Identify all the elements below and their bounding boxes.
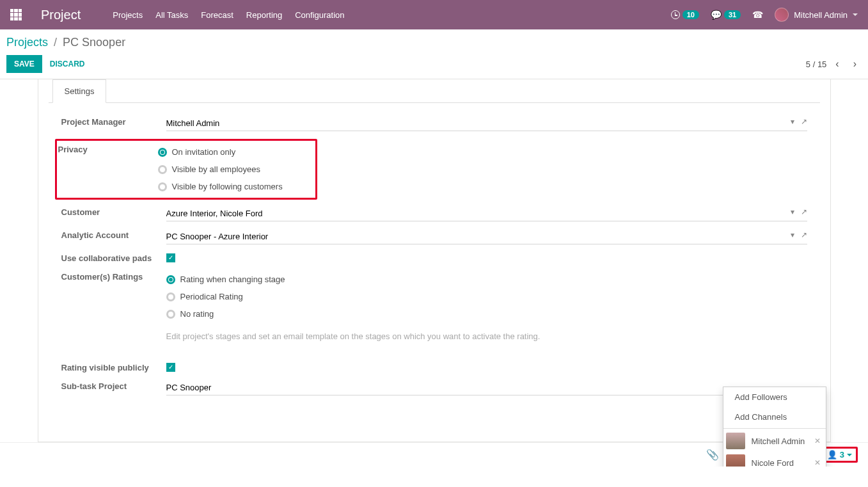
remove-follower-icon[interactable]: ✕: [814, 458, 821, 467]
chevron-down-icon: [847, 454, 852, 456]
add-channels-button[interactable]: Add Channels: [723, 407, 826, 427]
clock-icon: [671, 10, 680, 19]
nav-projects[interactable]: Projects: [106, 0, 149, 29]
breadcrumb-root[interactable]: Projects: [6, 36, 48, 49]
avatar: [775, 8, 789, 22]
label-project-manager: Project Manager: [61, 116, 166, 127]
breadcrumb-current: PC Snooper: [63, 36, 125, 49]
rating-public-checkbox[interactable]: ✓: [166, 363, 175, 372]
label-customer-ratings: Customer(s) Ratings: [61, 271, 166, 282]
label-analytic-account: Analytic Account: [61, 229, 166, 240]
radio-icon: [158, 148, 167, 157]
followers-popover: Add Followers Add Channels Mitchell Admi…: [723, 387, 826, 467]
follower-row[interactable]: Mitchell Admin✕: [723, 430, 826, 452]
radio-icon: [166, 292, 175, 301]
phone-icon[interactable]: [752, 10, 763, 20]
label-privacy: Privacy: [58, 143, 158, 154]
rating-option-periodical[interactable]: Periodical Rating: [166, 288, 807, 305]
avatar: [726, 454, 745, 467]
pager-next[interactable]: ›: [848, 54, 862, 74]
discuss-indicator[interactable]: 💬 31: [711, 10, 741, 20]
rating-option-none[interactable]: No rating: [166, 305, 807, 323]
rating-hint: Edit project's stages and set an email t…: [166, 328, 807, 345]
nav-forecast[interactable]: Forecast: [194, 0, 240, 29]
save-button[interactable]: SAVE: [6, 55, 42, 73]
follower-row[interactable]: Nicole Ford✕: [723, 452, 826, 467]
tab-settings[interactable]: Settings: [52, 79, 107, 103]
radio-icon: [158, 165, 167, 174]
followers-count-button[interactable]: 👤 3: [823, 449, 856, 461]
radio-icon: [166, 310, 175, 319]
label-customer: Customer: [61, 206, 166, 217]
label-rating-public: Rating visible publicly: [61, 362, 166, 372]
rating-option-stage-change[interactable]: Rating when changing stage: [166, 271, 807, 288]
pager: 5 / 15 ‹ ›: [806, 54, 862, 74]
project-manager-field[interactable]: [166, 116, 807, 131]
analytic-account-field[interactable]: [166, 229, 807, 244]
user-menu[interactable]: Mitchell Admin: [775, 8, 858, 22]
customer-field[interactable]: [166, 206, 807, 221]
person-icon: 👤: [827, 450, 837, 459]
chevron-down-icon: [853, 13, 858, 16]
pager-prev[interactable]: ‹: [830, 54, 844, 74]
add-followers-button[interactable]: Add Followers: [723, 387, 826, 407]
user-name: Mitchell Admin: [794, 10, 848, 20]
dropdown-icon[interactable]: ▾: [791, 230, 794, 239]
radio-icon: [166, 275, 175, 284]
dropdown-icon[interactable]: ▾: [791, 117, 794, 126]
label-subtask-project: Sub-task Project: [61, 380, 166, 391]
privacy-option-invitation[interactable]: On invitation only: [158, 143, 314, 161]
attachment-icon[interactable]: 📎: [706, 449, 719, 461]
label-collab-pads: Use collaborative pads: [61, 252, 166, 263]
avatar: [726, 433, 745, 449]
privacy-option-all-employees[interactable]: Visible by all employees: [158, 161, 314, 178]
discard-button[interactable]: DISCARD: [42, 55, 93, 73]
subtask-project-field[interactable]: [166, 380, 807, 395]
external-link-icon[interactable]: ↗: [801, 207, 807, 216]
breadcrumb: Projects / PC Snooper: [6, 36, 862, 49]
collab-pads-checkbox[interactable]: ✓: [166, 253, 175, 262]
external-link-icon[interactable]: ↗: [801, 117, 807, 126]
remove-follower-icon[interactable]: ✕: [814, 436, 821, 445]
pager-text[interactable]: 5 / 15: [806, 60, 827, 69]
radio-icon: [158, 182, 167, 191]
apps-launcher-icon[interactable]: [10, 9, 22, 20]
dropdown-icon[interactable]: ▾: [791, 207, 794, 216]
chat-icon: 💬: [711, 10, 722, 20]
chat-badge: 31: [724, 10, 741, 19]
external-link-icon[interactable]: ↗: [801, 230, 807, 239]
nav-all-tasks[interactable]: All Tasks: [149, 0, 194, 29]
nav-reporting[interactable]: Reporting: [240, 0, 288, 29]
nav-configuration[interactable]: Configuration: [288, 0, 351, 29]
activity-badge: 10: [683, 10, 699, 19]
privacy-option-following-customers[interactable]: Visible by following customers: [158, 178, 314, 195]
app-title: Project: [41, 8, 81, 22]
activity-indicator[interactable]: 10: [671, 10, 699, 19]
